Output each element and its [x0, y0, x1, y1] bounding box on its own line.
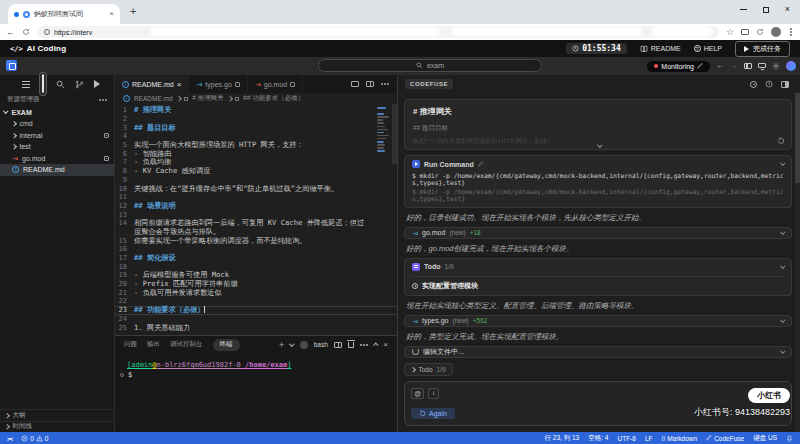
- indentation[interactable]: 空格: 4: [588, 434, 608, 443]
- bell-icon[interactable]: [786, 435, 793, 442]
- site-info-icon[interactable]: [44, 29, 50, 35]
- problems-indicator[interactable]: 0 0: [21, 435, 48, 442]
- terminal-dropdown-icon[interactable]: [289, 341, 294, 346]
- user-avatar[interactable]: [786, 61, 796, 71]
- history-icon[interactable]: [765, 80, 773, 88]
- new-terminal-icon[interactable]: +: [279, 340, 284, 350]
- browser-tab-strip: 蚂蚁招聘面试间 × + ×: [0, 0, 800, 24]
- tab-terminal[interactable]: 终端: [213, 339, 240, 351]
- tree-item-test[interactable]: test: [0, 141, 114, 153]
- tab-output[interactable]: 输出: [147, 340, 160, 349]
- search-view-icon[interactable]: [56, 80, 65, 89]
- tree-root-exam[interactable]: EXAM: [0, 106, 114, 118]
- recording-dot-icon: [654, 64, 658, 68]
- new-tab-button[interactable]: +: [130, 6, 136, 17]
- run-debug-icon[interactable]: [94, 80, 100, 88]
- tab-close-icon[interactable]: ×: [177, 80, 182, 89]
- open-changes-icon[interactable]: [351, 81, 359, 87]
- tab-close-icon[interactable]: ×: [109, 10, 114, 18]
- minimap[interactable]: [377, 107, 390, 153]
- resend-icon[interactable]: [777, 137, 785, 145]
- todo-collapsed-pill[interactable]: Todo 1/9: [404, 363, 453, 376]
- favicon: [23, 11, 30, 18]
- tree-item-internal[interactable]: internal: [0, 130, 114, 142]
- file-card-gomod[interactable]: -o go.mod (new) +18: [404, 227, 792, 238]
- split-editor-icon[interactable]: [366, 81, 374, 87]
- explorer-icon[interactable]: [40, 73, 46, 95]
- tab-readme[interactable]: i README.md ×: [115, 75, 189, 93]
- gear-icon[interactable]: [772, 62, 780, 70]
- breadcrumb[interactable]: i README.md # 推理网关 ## 功能要求（必做）: [115, 93, 397, 104]
- mention-icon[interactable]: @: [411, 388, 424, 399]
- editing-file-card: 编辑文件中...: [404, 346, 792, 358]
- toggle-sidebar-icon[interactable]: [744, 63, 752, 69]
- context-icon[interactable]: i: [428, 388, 439, 399]
- maximize-panel-icon[interactable]: [373, 343, 378, 348]
- nav-back-icon[interactable]: ←: [716, 62, 724, 70]
- code-editor[interactable]: 1# 推理网关23## 题目目标45实现一个面向大模型推理场景的 HTTP 网关…: [115, 104, 397, 335]
- browser-menu-icon[interactable]: [790, 31, 792, 33]
- editor-more-icon[interactable]: [384, 83, 386, 85]
- command-center-search[interactable]: exam: [318, 59, 542, 72]
- collapse-card-icon[interactable]: [780, 263, 785, 268]
- keyboard-layout[interactable]: 键盘 US: [753, 434, 777, 443]
- timeline-section[interactable]: 时间线: [0, 421, 114, 433]
- collapse-card-icon[interactable]: [780, 161, 785, 166]
- shell-label[interactable]: bash: [314, 341, 328, 348]
- assistant-status[interactable]: CodeFuse: [706, 435, 744, 442]
- tree-item-readme[interactable]: i README.md: [0, 164, 114, 176]
- outline-section[interactable]: 大纲: [0, 409, 114, 421]
- collapse-card-icon[interactable]: [780, 348, 785, 353]
- new-session-icon[interactable]: [750, 81, 757, 88]
- file-card-typesgo[interactable]: -o types.go (new) +562: [404, 315, 792, 326]
- again-button[interactable]: Again: [411, 408, 455, 419]
- collapse-card-icon[interactable]: [780, 317, 785, 322]
- modified-badge-icon: [104, 133, 109, 138]
- window-maximize-button[interactable]: [763, 7, 769, 13]
- source-control-icon[interactable]: [75, 80, 84, 89]
- sidebar: 资源管理器 EXAM cmd internal test -o: [0, 75, 115, 432]
- menu-icon[interactable]: [22, 84, 30, 85]
- terminal-more-icon[interactable]: [363, 344, 365, 346]
- back-icon[interactable]: ←: [6, 28, 15, 37]
- tab-gomod[interactable]: -o go.mod: [248, 75, 303, 93]
- cursor-position[interactable]: 行 23, 列 13: [545, 434, 580, 443]
- tree-item-gomod[interactable]: -o go.mod: [0, 153, 114, 165]
- window-close-button[interactable]: ×: [785, 5, 790, 14]
- assistant-title-tab[interactable]: CODEFUSE: [405, 79, 453, 89]
- encoding[interactable]: UTF-8: [617, 435, 635, 442]
- kill-terminal-icon[interactable]: [348, 342, 354, 348]
- side-panel-icon[interactable]: [741, 29, 749, 35]
- remote-indicator[interactable]: ><: [7, 435, 12, 442]
- window-minimize-button[interactable]: [740, 9, 747, 10]
- command-line: $ mkdir -p /home/exam/{cmd/gateway,cmd/m…: [412, 172, 784, 186]
- tab-debug-console[interactable]: 调试控制台: [170, 340, 203, 349]
- eol[interactable]: LF: [645, 435, 653, 442]
- language-mode[interactable]: {} Markdown: [661, 435, 697, 442]
- split-terminal-icon[interactable]: [334, 342, 342, 348]
- refresh-icon[interactable]: [22, 28, 30, 36]
- tab-typesgo[interactable]: -o types.go: [189, 75, 248, 93]
- editor-area: i README.md × -o types.go -o go.mod i: [115, 75, 397, 432]
- edit-command-icon[interactable]: [478, 161, 484, 167]
- readme-button[interactable]: README: [640, 45, 681, 53]
- sync-icon[interactable]: [756, 28, 764, 36]
- help-button[interactable]: ? HELP: [694, 45, 722, 52]
- assistant-message: 现在开始实现核心类型定义、配置管理、后端管理、路由策略等模块。: [404, 301, 792, 310]
- open-panel-icon[interactable]: [781, 81, 789, 88]
- panel-scrollbar[interactable]: [795, 93, 800, 432]
- collapse-card-icon[interactable]: [780, 229, 785, 234]
- bookmark-star-icon[interactable]: ☆: [726, 28, 734, 37]
- tree-item-cmd[interactable]: cmd: [0, 118, 114, 130]
- explorer-more-icon[interactable]: [102, 99, 104, 101]
- code-line: 251. 网关基础能力: [115, 323, 397, 332]
- terminal-content[interactable]: [admin@n-blrz6fqm6ud1982f-0 /home/exam] …: [115, 353, 397, 387]
- monitoring-indicator[interactable]: Monitoring: [647, 61, 710, 72]
- tab-problems[interactable]: 问题: [124, 340, 137, 349]
- screen-icon[interactable]: [758, 63, 766, 68]
- nav-forward-icon[interactable]: ←: [730, 62, 738, 70]
- finish-task-button[interactable]: 完成任务: [735, 41, 790, 57]
- close-panel-icon[interactable]: ×: [383, 340, 388, 349]
- browser-tab[interactable]: 蚂蚁招聘面试间 ×: [8, 4, 120, 24]
- browser-profile-avatar[interactable]: [771, 27, 781, 37]
